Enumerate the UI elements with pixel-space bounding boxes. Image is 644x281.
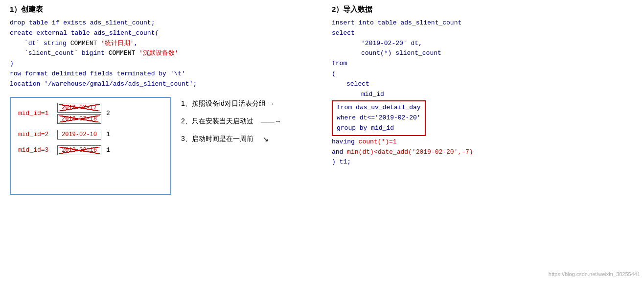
right-section-title: 2）导入数据	[332, 5, 634, 14]
dates-1: 2019-02-17 2019-02-18	[57, 103, 101, 124]
left-panel: 1）创建表 drop table if exists ads_slient_co…	[10, 5, 312, 195]
annotation-1-text: 1、按照设备id对日活表分组	[181, 99, 266, 108]
mid-label-3: mid_id=3	[18, 146, 52, 154]
r-line-12: having count(*)=1	[332, 138, 397, 145]
r-line-13: and min(dt)<date_add('2019-02-20',-7)	[332, 148, 473, 156]
code-line-7: location '/warehouse/gmall/ads/ads_slien…	[10, 80, 197, 88]
main-container: 1）创建表 drop table if exists ads_slient_co…	[10, 5, 634, 195]
arrow-3: ↘	[263, 135, 269, 143]
date-box-1b: 2019-02-18	[57, 114, 101, 124]
mid-label-1: mid_id=1	[18, 110, 52, 117]
code-line-1: drop table if exists ads_slient_count;	[10, 19, 155, 26]
r-line-14: ) t1;	[332, 158, 351, 165]
code-line-2: create external table ads_slient_count(	[10, 29, 159, 37]
annotation-3: 3、启动时间是在一周前 ↘	[181, 135, 281, 143]
date-text-1a: 2019-02-17	[62, 104, 97, 111]
right-panel: 2）导入数据 insert into table ads_slient_coun…	[332, 5, 634, 195]
count-1: 2	[106, 110, 110, 117]
r-line-6: (	[332, 70, 336, 77]
left-section-title: 1）创建表	[10, 5, 312, 14]
code-line-6: row format delimited fields terminated b…	[10, 70, 185, 77]
table-row-2: mid_id=2 2019-02-10 1	[18, 130, 163, 140]
watermark: https://blog.csdn.net/weixin_38255441	[549, 271, 640, 277]
r-line-8: mid_id	[332, 90, 634, 100]
annotation-2-text: 2、只在安装当天启动过	[181, 117, 253, 126]
date-box-3: 2019-02-16	[57, 145, 101, 155]
annotation-2: 2、只在安装当天启动过 ——→	[181, 117, 281, 126]
arrow-1: →	[268, 100, 275, 108]
date-text-2: 2019-02-10	[62, 131, 97, 138]
r-line-9: from dws_uv_detail_day	[337, 103, 421, 113]
annotations: 1、按照设备id对日活表分组 → 2、只在安装当天启动过 ——→ 3、启动时间是…	[181, 99, 281, 143]
r-line-1: insert into table ads_slient_count	[332, 19, 461, 26]
r-line-4: count(*) slient_count	[332, 48, 634, 59]
left-code-block: drop table if exists ads_slient_count; c…	[10, 18, 312, 90]
date-box-2: 2019-02-10	[57, 130, 101, 140]
r-line-3: '2019-02-20' dt,	[332, 39, 634, 49]
r-line-11: group by mid_id	[337, 123, 421, 134]
table-box: mid_id=1 2019-02-17 2019-02-18 2 mid_id=…	[10, 97, 171, 195]
r-line-5: from	[332, 60, 347, 67]
diagram-area: mid_id=1 2019-02-17 2019-02-18 2 mid_id=…	[10, 97, 312, 195]
arrow-2: ——→	[261, 117, 281, 125]
annotation-3-text: 3、启动时间是在一周前	[181, 135, 253, 143]
count-3: 1	[106, 146, 110, 154]
r-line-10: where dt<='2019-02-20'	[337, 113, 421, 123]
code-line-3: `dt` string COMMENT '统计日期',	[10, 39, 312, 49]
r-line-7: select	[332, 79, 634, 90]
count-2: 1	[106, 131, 110, 138]
date-box-1a: 2019-02-17	[57, 103, 101, 113]
table-row-1: mid_id=1 2019-02-17 2019-02-18 2	[18, 103, 163, 124]
right-code-block: insert into table ads_slient_count selec…	[332, 18, 634, 167]
code-line-5: )	[10, 60, 14, 67]
code-line-4: `slient_count` bigint COMMENT '沉默设备数'	[10, 48, 312, 59]
table-row-3: mid_id=3 2019-02-16 1	[18, 145, 163, 155]
r-line-2: select	[332, 29, 355, 37]
annotation-1: 1、按照设备id对日活表分组 →	[181, 99, 281, 108]
highlighted-code-box: from dws_uv_detail_day where dt<='2019-0…	[332, 100, 426, 136]
mid-label-2: mid_id=2	[18, 131, 52, 138]
date-text-3: 2019-02-16	[62, 147, 97, 154]
date-text-1b: 2019-02-18	[62, 116, 97, 122]
